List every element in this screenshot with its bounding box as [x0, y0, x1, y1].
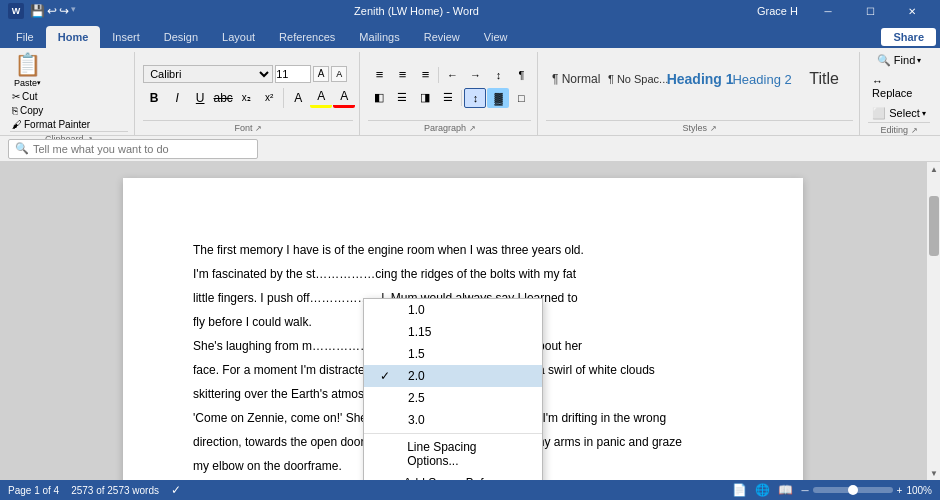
grow-font-button[interactable]: A — [313, 66, 329, 82]
bold-button[interactable]: B — [143, 88, 165, 108]
sep3 — [461, 90, 462, 106]
status-left: Page 1 of 4 2573 of 2573 words ✓ — [8, 483, 181, 497]
vertical-scrollbar[interactable]: ▲ ▼ — [926, 162, 940, 480]
share-button[interactable]: Share — [881, 28, 936, 46]
bullets-button[interactable]: ≡ — [368, 65, 390, 85]
align-left-button[interactable]: ◧ — [368, 88, 390, 108]
numbering-button[interactable]: ≡ — [391, 65, 413, 85]
tell-me-input[interactable] — [33, 143, 233, 155]
font-selector-row: Calibri A A — [143, 65, 347, 83]
word-icon: W — [8, 3, 24, 19]
underline-button[interactable]: U — [189, 88, 211, 108]
scroll-down-arrow[interactable]: ▼ — [927, 466, 940, 480]
tab-mailings[interactable]: Mailings — [347, 26, 411, 48]
title-bar-left: W 💾 ↩ ↪ ▾ — [8, 3, 76, 19]
decrease-indent-button[interactable]: ← — [441, 65, 463, 85]
align-right-button[interactable]: ◨ — [414, 88, 436, 108]
scroll-up-arrow[interactable]: ▲ — [927, 162, 940, 176]
scroll-thumb[interactable] — [929, 196, 939, 256]
strikethrough-button[interactable]: abc — [212, 88, 234, 108]
paste-button[interactable]: 📋 Paste ▾ — [10, 52, 45, 88]
style-heading1[interactable]: Heading 1 — [670, 52, 730, 106]
copy-button[interactable]: ⎘ Copy — [10, 104, 92, 117]
spacing-icon — [380, 303, 400, 317]
shading-button[interactable]: ▓ — [487, 88, 509, 108]
sep1 — [283, 88, 284, 108]
options-icon — [380, 447, 399, 461]
line-spacing-dropdown: 1.0 1.15 1.5 ✓ 2.0 2.5 3.0 Line Spacing … — [363, 298, 543, 480]
increase-indent-button[interactable]: → — [464, 65, 486, 85]
line-spacing-2-0[interactable]: ✓ 2.0 — [364, 365, 542, 387]
style-normal[interactable]: ¶ Normal — [546, 52, 606, 106]
line-spacing-1-15[interactable]: 1.15 — [364, 321, 542, 343]
line-spacing-3-0[interactable]: 3.0 — [364, 409, 542, 431]
tell-me-wrapper: 🔍 — [8, 139, 258, 159]
sep2 — [438, 67, 439, 83]
tab-review[interactable]: Review — [412, 26, 472, 48]
tab-layout[interactable]: Layout — [210, 26, 267, 48]
save-button[interactable]: 💾 — [30, 4, 45, 18]
text-effects-button[interactable]: A — [287, 88, 309, 108]
style-heading2[interactable]: Heading 2 — [732, 52, 792, 106]
line-spacing-button[interactable]: ↕ — [464, 88, 486, 108]
replace-button[interactable]: ↔ Replace — [868, 73, 930, 101]
tab-insert[interactable]: Insert — [100, 26, 152, 48]
zoom-out-button[interactable]: ─ — [801, 485, 808, 496]
redo-button[interactable]: ↪ — [59, 4, 69, 18]
text-highlight-button[interactable]: A — [310, 88, 332, 108]
cut-button[interactable]: ✂ Cut — [10, 90, 92, 103]
tab-view[interactable]: View — [472, 26, 520, 48]
line-spacing-1-5[interactable]: 1.5 — [364, 343, 542, 365]
view-read[interactable]: 📖 — [778, 483, 793, 497]
minimize-button[interactable]: ─ — [808, 0, 848, 22]
add-space-before[interactable]: ≡ Add Space Before Paragraph — [364, 472, 542, 480]
subscript-button[interactable]: x₂ — [235, 88, 257, 108]
editing-label: Editing ↗ — [868, 122, 930, 137]
shrink-font-button[interactable]: A — [331, 66, 347, 82]
view-print[interactable]: 📄 — [732, 483, 747, 497]
tab-design[interactable]: Design — [152, 26, 210, 48]
line-spacing-2-5[interactable]: 2.5 — [364, 387, 542, 409]
style-no-spacing[interactable]: ¶ No Spac... — [608, 52, 668, 106]
spelling-icon[interactable]: ✓ — [171, 483, 181, 497]
undo-button[interactable]: ↩ — [47, 4, 57, 18]
superscript-button[interactable]: x² — [258, 88, 280, 108]
zoom-slider[interactable] — [813, 487, 893, 493]
sort-button[interactable]: ↕ — [487, 65, 509, 85]
style-title[interactable]: Title — [794, 52, 853, 106]
zoom-thumb — [848, 485, 858, 495]
spacing-icon — [380, 391, 400, 405]
multilevel-list-button[interactable]: ≡ — [414, 65, 436, 85]
view-web[interactable]: 🌐 — [755, 483, 770, 497]
tab-file[interactable]: File — [4, 26, 46, 48]
select-button[interactable]: ⬜ Select ▾ — [868, 105, 930, 122]
tab-references[interactable]: References — [267, 26, 347, 48]
line-spacing-options[interactable]: Line Spacing Options... — [364, 436, 542, 472]
show-marks-button[interactable]: ¶ — [510, 65, 532, 85]
line-spacing-3-0-label: 3.0 — [408, 413, 425, 427]
font-size-input[interactable] — [275, 65, 311, 83]
word-count: 2573 of 2573 words — [71, 485, 159, 496]
editing-group: 🔍 Find ▾ ↔ Replace ⬜ Select ▾ Editing ↗ — [862, 52, 936, 135]
paragraph-group: ≡ ≡ ≡ ← → ↕ ¶ ◧ ☰ ◨ ☰ ↕ ▓ □ Paragraph ↗ — [362, 52, 538, 135]
undo-redo-group: 💾 ↩ ↪ ▾ — [30, 4, 76, 18]
spacing-icon — [380, 413, 400, 427]
font-color-button[interactable]: A — [333, 88, 355, 108]
zoom-in-button[interactable]: + — [897, 485, 903, 496]
clipboard-small-buttons: ✂ Cut ⎘ Copy 🖌 Format Painter — [10, 90, 92, 131]
tab-home[interactable]: Home — [46, 26, 101, 48]
title-bar-right: Grace H ─ ☐ ✕ — [757, 0, 932, 22]
font-family-select[interactable]: Calibri — [143, 65, 273, 83]
styles-group: ¶ Normal ¶ No Spac... Heading 1 Heading … — [540, 52, 860, 135]
paragraph-row2: ◧ ☰ ◨ ☰ ↕ ▓ □ — [368, 88, 532, 108]
find-button[interactable]: 🔍 Find ▾ — [873, 52, 925, 69]
justify-button[interactable]: ☰ — [437, 88, 459, 108]
align-center-button[interactable]: ☰ — [391, 88, 413, 108]
format-painter-button[interactable]: 🖌 Format Painter — [10, 118, 92, 131]
document-area: The first memory I have is of the engine… — [0, 162, 940, 480]
close-button[interactable]: ✕ — [892, 0, 932, 22]
line-spacing-1-0[interactable]: 1.0 — [364, 299, 542, 321]
maximize-button[interactable]: ☐ — [850, 0, 890, 22]
italic-button[interactable]: I — [166, 88, 188, 108]
border-button[interactable]: □ — [510, 88, 532, 108]
